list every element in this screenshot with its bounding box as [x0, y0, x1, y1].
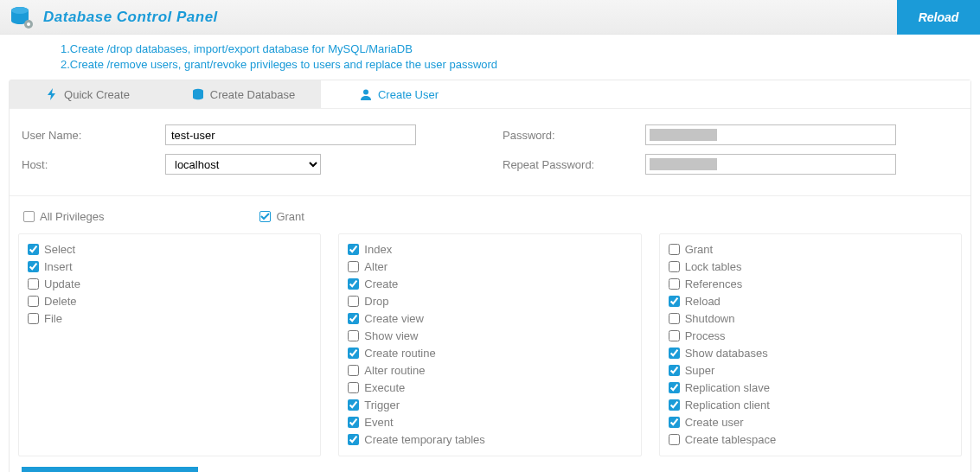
privilege-checkbox[interactable]: Delete — [28, 293, 311, 309]
privilege-checkbox[interactable]: Create view — [348, 310, 631, 327]
checkbox-input[interactable] — [28, 261, 39, 272]
privilege-checkbox[interactable]: Reload — [669, 293, 952, 309]
privilege-checkbox[interactable]: Grant — [669, 241, 952, 258]
checkbox-input[interactable] — [28, 296, 39, 307]
privilege-checkbox[interactable]: Create — [348, 276, 631, 292]
checkbox-input[interactable] — [348, 417, 359, 428]
host-label: Host: — [18, 158, 165, 171]
password-input[interactable] — [645, 124, 896, 145]
privilege-column-3: GrantLock tablesReferencesReloadShutdown… — [659, 233, 962, 456]
checkbox-label: Grant — [685, 241, 714, 258]
privilege-checkbox[interactable]: Lock tables — [669, 258, 952, 275]
page-header: Database Control Panel Reload — [0, 0, 980, 35]
tab-quick-create[interactable]: Quick Create — [10, 80, 165, 108]
checkbox-label: Show databases — [685, 345, 768, 361]
repeat-password-label: Repeat Password: — [503, 158, 645, 171]
privilege-checkbox[interactable]: Update — [28, 276, 311, 292]
checkbox-label: Alter routine — [364, 362, 425, 379]
reload-button[interactable]: Reload — [897, 0, 980, 35]
checkbox-input[interactable] — [669, 278, 680, 290]
checkbox-input[interactable] — [669, 330, 680, 341]
create-user-button[interactable]: Create User Now — [22, 467, 198, 472]
checkbox-input[interactable] — [348, 261, 359, 272]
privilege-checkbox[interactable]: Index — [348, 241, 631, 258]
checkbox-label: Trigger — [364, 397, 400, 413]
checkbox-input[interactable] — [669, 365, 680, 376]
checkbox-input[interactable] — [348, 382, 359, 393]
checkbox-input[interactable] — [28, 313, 39, 324]
checkbox-input[interactable] — [348, 296, 359, 307]
privilege-checkbox[interactable]: Execute — [348, 380, 631, 396]
checkbox-input[interactable] — [348, 278, 359, 290]
host-select[interactable]: localhost — [165, 154, 321, 175]
checkbox-label: Create view — [364, 310, 424, 327]
tab-bar: Quick Create Create Database Create User — [10, 80, 970, 109]
privilege-checkbox[interactable]: Trigger — [348, 397, 631, 413]
privilege-checkbox[interactable]: Create tablespace — [669, 431, 952, 448]
description-text: 1.Create /drop databases, import/export … — [0, 35, 980, 80]
tab-create-user[interactable]: Create User — [321, 80, 477, 108]
privilege-checkbox[interactable]: Event — [348, 414, 631, 431]
repeat-password-input[interactable] — [645, 154, 896, 175]
description-line-1: 1.Create /drop databases, import/export … — [61, 41, 980, 57]
bolt-icon — [45, 87, 59, 101]
privilege-checkbox[interactable]: Show databases — [669, 345, 952, 361]
tab-label: Create User — [378, 88, 439, 101]
privilege-columns: SelectInsertUpdateDeleteFile IndexAlterC… — [18, 233, 962, 456]
checkbox-input[interactable] — [348, 330, 359, 341]
checkbox-input[interactable] — [669, 399, 680, 411]
checkbox-label: Grant — [276, 208, 304, 225]
privilege-checkbox[interactable]: Replication client — [669, 397, 952, 413]
privilege-checkbox[interactable]: Alter — [348, 258, 631, 275]
privilege-checkbox[interactable]: Create user — [669, 414, 952, 431]
privilege-checkbox[interactable]: Shutdown — [669, 310, 952, 327]
privilege-checkbox[interactable]: Replication slave — [669, 380, 952, 396]
checkbox-label: Create tablespace — [685, 431, 777, 448]
all-privileges-checkbox[interactable]: All Privileges — [23, 208, 104, 225]
tab-label: Quick Create — [64, 88, 130, 101]
privilege-checkbox[interactable]: Alter routine — [348, 362, 631, 379]
checkbox-input[interactable] — [669, 417, 680, 428]
privilege-checkbox[interactable]: File — [28, 310, 311, 327]
checkbox-input[interactable] — [669, 296, 680, 307]
database-icon — [9, 4, 35, 30]
checkbox-box — [23, 211, 35, 222]
privilege-checkbox[interactable]: Create routine — [348, 345, 631, 361]
tab-create-database[interactable]: Create Database — [165, 80, 321, 108]
checkbox-label: Alter — [364, 258, 388, 275]
privilege-column-1: SelectInsertUpdateDeleteFile — [18, 233, 321, 456]
grant-checkbox[interactable]: Grant — [259, 208, 304, 225]
privilege-checkbox[interactable]: References — [669, 276, 952, 292]
checkbox-input[interactable] — [348, 244, 359, 255]
checkbox-input[interactable] — [28, 244, 39, 255]
privileges-area: All Privileges Grant SelectInsertUpdateD… — [10, 196, 970, 472]
checkbox-label: Super — [685, 362, 715, 379]
checkbox-label: Create temporary tables — [364, 431, 484, 448]
checkbox-input[interactable] — [669, 244, 680, 255]
privilege-checkbox[interactable]: Create temporary tables — [348, 431, 631, 448]
privilege-checkbox[interactable]: Select — [28, 241, 311, 258]
checkbox-input[interactable] — [669, 382, 680, 393]
checkbox-label: Create — [364, 276, 398, 292]
tab-label: Create Database — [210, 88, 295, 101]
privilege-checkbox[interactable]: Drop — [348, 293, 631, 309]
privilege-checkbox[interactable]: Super — [669, 362, 952, 379]
checkbox-input[interactable] — [669, 434, 680, 445]
privilege-checkbox[interactable]: Show view — [348, 328, 631, 344]
checkbox-input[interactable] — [28, 278, 39, 290]
checkbox-input[interactable] — [348, 313, 359, 324]
svg-point-3 — [27, 22, 30, 26]
checkbox-input[interactable] — [669, 348, 680, 359]
user-icon — [359, 87, 373, 101]
checkbox-input[interactable] — [669, 261, 680, 272]
checkbox-input[interactable] — [348, 399, 359, 411]
checkbox-input[interactable] — [348, 434, 359, 445]
username-input[interactable] — [165, 124, 416, 145]
checkbox-input[interactable] — [669, 313, 680, 324]
privilege-checkbox[interactable]: Process — [669, 328, 952, 344]
checkbox-input[interactable] — [348, 365, 359, 376]
privilege-checkbox[interactable]: Insert — [28, 258, 311, 275]
checkbox-label: Insert — [44, 258, 73, 275]
password-label: Password: — [503, 129, 645, 142]
checkbox-input[interactable] — [348, 348, 359, 359]
